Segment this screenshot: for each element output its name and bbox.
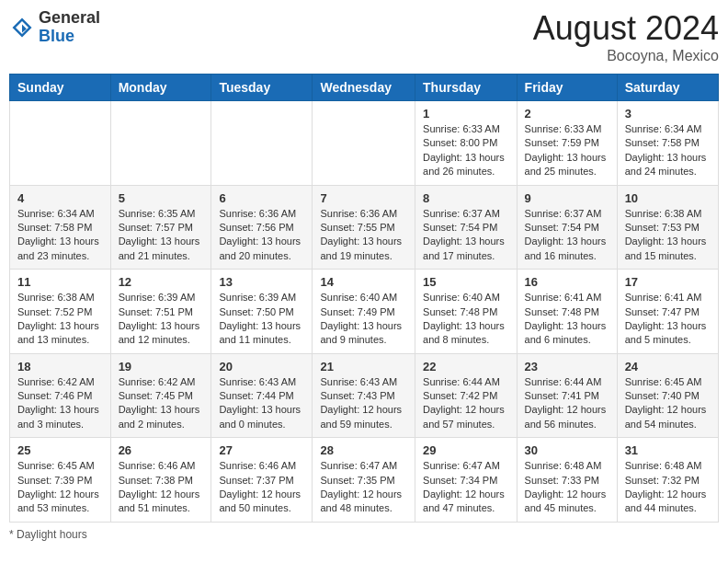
day-info: Sunrise: 6:41 AMSunset: 7:48 PMDaylight:… bbox=[525, 291, 609, 348]
day-number: 14 bbox=[320, 275, 407, 289]
calendar-cell: 10Sunrise: 6:38 AMSunset: 7:53 PMDayligh… bbox=[617, 185, 718, 270]
day-info: Sunrise: 6:45 AMSunset: 7:39 PMDaylight:… bbox=[17, 459, 103, 516]
sunset-text: Sunset: 7:42 PM bbox=[423, 390, 497, 401]
sunset-text: Sunset: 7:58 PM bbox=[17, 222, 92, 233]
calendar-table: SundayMondayTuesdayWednesdayThursdayFrid… bbox=[9, 74, 719, 523]
calendar-cell: 25Sunrise: 6:45 AMSunset: 7:39 PMDayligh… bbox=[10, 438, 111, 523]
day-info: Sunrise: 6:42 AMSunset: 7:45 PMDaylight:… bbox=[119, 375, 204, 432]
daylight-text: Daylight: 13 hours and 6 minutes. bbox=[525, 320, 607, 345]
sunrise-text: Sunrise: 6:44 AM bbox=[525, 376, 602, 387]
day-info: Sunrise: 6:43 AMSunset: 7:43 PMDaylight:… bbox=[320, 375, 407, 432]
day-number: 20 bbox=[219, 360, 304, 373]
day-number: 9 bbox=[525, 191, 609, 205]
day-info: Sunrise: 6:45 AMSunset: 7:40 PMDaylight:… bbox=[625, 375, 711, 432]
daylight-text: Daylight: 13 hours and 16 minutes. bbox=[525, 236, 607, 260]
logo-text: General Blue bbox=[39, 9, 100, 46]
sunset-text: Sunset: 7:48 PM bbox=[423, 306, 497, 317]
sunrise-text: Sunrise: 6:42 AM bbox=[119, 376, 196, 387]
calendar-cell: 4Sunrise: 6:34 AMSunset: 7:58 PMDaylight… bbox=[10, 185, 111, 270]
day-number: 18 bbox=[17, 360, 103, 373]
day-info: Sunrise: 6:41 AMSunset: 7:47 PMDaylight:… bbox=[625, 291, 711, 348]
sunrise-text: Sunrise: 6:43 AM bbox=[219, 376, 296, 387]
day-info: Sunrise: 6:36 AMSunset: 7:56 PMDaylight:… bbox=[219, 207, 304, 264]
day-info: Sunrise: 6:37 AMSunset: 7:54 PMDaylight:… bbox=[525, 207, 609, 264]
calendar-day-header: Thursday bbox=[415, 75, 518, 101]
calendar-week-row: 4Sunrise: 6:34 AMSunset: 7:58 PMDaylight… bbox=[10, 185, 719, 270]
day-info: Sunrise: 6:48 AMSunset: 7:33 PMDaylight:… bbox=[525, 459, 609, 516]
sunrise-text: Sunrise: 6:44 AM bbox=[423, 376, 500, 387]
calendar-cell: 21Sunrise: 6:43 AMSunset: 7:43 PMDayligh… bbox=[313, 353, 415, 438]
calendar-cell: 1Sunrise: 6:33 AMSunset: 8:00 PMDaylight… bbox=[415, 101, 518, 186]
daylight-text: Daylight: 13 hours and 5 minutes. bbox=[625, 320, 707, 345]
calendar-cell: 14Sunrise: 6:40 AMSunset: 7:49 PMDayligh… bbox=[313, 270, 415, 354]
calendar-cell: 26Sunrise: 6:46 AMSunset: 7:38 PMDayligh… bbox=[110, 438, 211, 523]
sunset-text: Sunset: 7:54 PM bbox=[423, 222, 497, 233]
daylight-text: Daylight: 13 hours and 19 minutes. bbox=[320, 236, 402, 260]
sunset-text: Sunset: 7:40 PM bbox=[625, 390, 700, 401]
sunset-text: Sunset: 7:32 PM bbox=[625, 475, 700, 486]
calendar-cell: 3Sunrise: 6:34 AMSunset: 7:58 PMDaylight… bbox=[617, 101, 718, 186]
calendar-cell: 29Sunrise: 6:47 AMSunset: 7:34 PMDayligh… bbox=[415, 438, 518, 523]
day-info: Sunrise: 6:42 AMSunset: 7:46 PMDaylight:… bbox=[17, 375, 103, 432]
calendar-day-header: Monday bbox=[110, 75, 211, 101]
month-year-title: August 2024 bbox=[533, 9, 719, 48]
day-number: 3 bbox=[625, 107, 711, 121]
calendar-cell: 27Sunrise: 6:46 AMSunset: 7:37 PMDayligh… bbox=[211, 438, 313, 523]
day-number: 15 bbox=[423, 275, 509, 289]
day-info: Sunrise: 6:34 AMSunset: 7:58 PMDaylight:… bbox=[625, 122, 711, 179]
day-number: 10 bbox=[625, 191, 711, 205]
page-header: General Blue August 2024 Bocoyna, Mexico bbox=[9, 9, 719, 64]
sunrise-text: Sunrise: 6:38 AM bbox=[625, 208, 702, 219]
day-number: 29 bbox=[423, 443, 509, 457]
day-number: 31 bbox=[625, 443, 711, 457]
calendar-cell: 31Sunrise: 6:48 AMSunset: 7:32 PMDayligh… bbox=[617, 438, 718, 523]
daylight-text: Daylight: 12 hours and 51 minutes. bbox=[119, 488, 200, 513]
calendar-day-header: Sunday bbox=[10, 75, 111, 101]
sunrise-text: Sunrise: 6:42 AM bbox=[17, 376, 95, 387]
sunset-text: Sunset: 7:54 PM bbox=[525, 222, 599, 233]
sunset-text: Sunset: 7:50 PM bbox=[219, 306, 293, 317]
day-info: Sunrise: 6:35 AMSunset: 7:57 PMDaylight:… bbox=[119, 207, 204, 264]
calendar-week-row: 25Sunrise: 6:45 AMSunset: 7:39 PMDayligh… bbox=[10, 438, 719, 523]
sunrise-text: Sunrise: 6:40 AM bbox=[320, 292, 397, 303]
day-info: Sunrise: 6:40 AMSunset: 7:49 PMDaylight:… bbox=[320, 291, 407, 348]
calendar-cell: 11Sunrise: 6:38 AMSunset: 7:52 PMDayligh… bbox=[10, 270, 111, 354]
daylight-text: Daylight: 13 hours and 12 minutes. bbox=[119, 320, 200, 345]
day-number: 26 bbox=[119, 443, 204, 457]
day-info: Sunrise: 6:44 AMSunset: 7:42 PMDaylight:… bbox=[423, 375, 509, 432]
daylight-text: Daylight: 13 hours and 26 minutes. bbox=[423, 152, 505, 177]
day-number: 19 bbox=[119, 360, 204, 373]
sunrise-text: Sunrise: 6:48 AM bbox=[525, 460, 602, 471]
daylight-text: Daylight: 13 hours and 0 minutes. bbox=[219, 404, 301, 429]
day-number: 22 bbox=[423, 360, 509, 373]
daylight-text: Daylight: 12 hours and 57 minutes. bbox=[423, 404, 505, 429]
sunrise-text: Sunrise: 6:35 AM bbox=[119, 208, 196, 219]
calendar-cell: 20Sunrise: 6:43 AMSunset: 7:44 PMDayligh… bbox=[211, 353, 313, 438]
sunset-text: Sunset: 7:58 PM bbox=[625, 137, 700, 148]
day-number: 13 bbox=[219, 275, 304, 289]
day-number: 8 bbox=[423, 191, 509, 205]
calendar-cell: 19Sunrise: 6:42 AMSunset: 7:45 PMDayligh… bbox=[110, 353, 211, 438]
day-info: Sunrise: 6:39 AMSunset: 7:50 PMDaylight:… bbox=[219, 291, 304, 348]
day-number: 16 bbox=[525, 275, 609, 289]
calendar-cell: 2Sunrise: 6:33 AMSunset: 7:59 PMDaylight… bbox=[517, 101, 617, 186]
sunrise-text: Sunrise: 6:41 AM bbox=[525, 292, 602, 303]
day-number: 2 bbox=[525, 107, 609, 121]
day-info: Sunrise: 6:48 AMSunset: 7:32 PMDaylight:… bbox=[625, 459, 711, 516]
daylight-text: Daylight: 12 hours and 50 minutes. bbox=[219, 488, 301, 513]
calendar-cell: 12Sunrise: 6:39 AMSunset: 7:51 PMDayligh… bbox=[110, 270, 211, 354]
day-number: 25 bbox=[17, 443, 103, 457]
day-info: Sunrise: 6:44 AMSunset: 7:41 PMDaylight:… bbox=[525, 375, 609, 432]
logo-icon bbox=[9, 15, 35, 40]
daylight-text: Daylight: 13 hours and 3 minutes. bbox=[17, 404, 99, 429]
day-info: Sunrise: 6:39 AMSunset: 7:51 PMDaylight:… bbox=[119, 291, 204, 348]
daylight-text: Daylight: 13 hours and 20 minutes. bbox=[219, 236, 301, 260]
day-info: Sunrise: 6:46 AMSunset: 7:38 PMDaylight:… bbox=[119, 459, 204, 516]
sunset-text: Sunset: 7:43 PM bbox=[320, 390, 394, 401]
sunset-text: Sunset: 7:39 PM bbox=[17, 475, 92, 486]
sunset-text: Sunset: 7:59 PM bbox=[525, 137, 599, 148]
calendar-cell bbox=[10, 101, 111, 186]
daylight-text: Daylight: 12 hours and 44 minutes. bbox=[625, 488, 707, 513]
calendar-cell: 17Sunrise: 6:41 AMSunset: 7:47 PMDayligh… bbox=[617, 270, 718, 354]
calendar-cell bbox=[110, 101, 211, 186]
